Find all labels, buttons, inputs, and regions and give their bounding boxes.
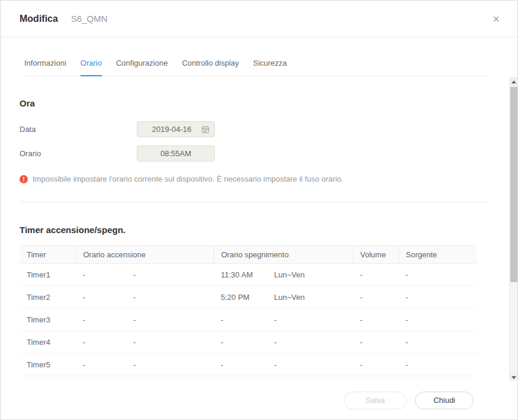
dialog-title: Modifica (20, 14, 58, 24)
table-row[interactable]: Timer1 - - 11:30 AM Lun~Ven - - (20, 264, 477, 286)
header-volume: Volume (353, 246, 398, 264)
cell-off-time: - (214, 331, 267, 354)
dialog-header: Modifica S6_QMN × (1, 1, 517, 37)
close-icon[interactable]: × (490, 11, 502, 27)
tab-sicurezza[interactable]: Sicurezza (253, 59, 287, 76)
date-value: 2019-04-16 (152, 125, 192, 134)
cell-volume: - (353, 354, 398, 376)
cell-off-days: - (267, 331, 353, 354)
timer-section-title: Timer accensione/spegn. (20, 225, 488, 235)
cell-on-days: - (126, 354, 214, 376)
warning-text: Impossibile impostare l'orario corrente … (33, 175, 343, 184)
dialog-content: Ora Data 2019-04-16 (1, 77, 517, 382)
close-button[interactable]: Chiudi (415, 392, 474, 409)
cell-source: - (398, 354, 477, 376)
table-header-row: Timer Orario accensione Orario spegnimen… (20, 246, 477, 264)
scrollbar-thumb[interactable] (510, 87, 517, 282)
save-button[interactable]: Salva (344, 392, 407, 409)
cell-volume: - (353, 309, 398, 331)
time-input[interactable]: 08:55AM (137, 146, 215, 161)
cell-timer-name: Timer4 (20, 331, 76, 354)
cell-timer-name: Timer3 (20, 309, 76, 331)
dialog-footer: Salva Chiudi (1, 381, 517, 419)
scrollbar-up-arrow[interactable] (510, 77, 518, 86)
timer-table: Timer Orario accensione Orario spegnimen… (20, 245, 477, 382)
cell-on-days: - (126, 309, 214, 331)
arrow-down-icon (511, 376, 516, 379)
cell-off-days: Lun~Ven (267, 286, 353, 309)
cell-source: - (398, 264, 477, 286)
table-row[interactable]: Timer5 - - - - - - (20, 354, 477, 376)
cell-on-days: - (126, 286, 214, 309)
calendar-icon (201, 125, 210, 135)
dialog-subtitle: S6_QMN (71, 14, 108, 24)
cell-volume: - (353, 331, 398, 354)
tab-informazioni[interactable]: Informazioni (24, 59, 66, 76)
header-orario-spegnimento: Orario spegnimento (214, 246, 353, 264)
time-value: 08:55AM (160, 149, 191, 158)
arrow-up-icon (511, 80, 516, 83)
cell-on-time: - (76, 354, 126, 376)
tab-configurazione[interactable]: Configurazione (116, 59, 168, 76)
cell-off-time: - (214, 309, 267, 331)
tab-orario[interactable]: Orario (81, 59, 102, 76)
cell-on-days: - (126, 264, 214, 286)
cell-off-days: - (267, 309, 353, 331)
table-row[interactable]: Timer4 - - - - - - (20, 331, 477, 354)
cell-on-days: - (126, 331, 214, 354)
vertical-scrollbar[interactable] (509, 77, 517, 382)
timezone-warning: ! Impossibile impostare l'orario corrent… (20, 175, 488, 184)
cell-source: - (398, 309, 477, 331)
header-sorgente: Sorgente (398, 246, 477, 264)
cell-timer-name: Timer2 (20, 286, 76, 309)
data-label: Data (20, 125, 137, 134)
header-orario-accensione: Orario accensione (76, 246, 214, 264)
cell-on-time: - (76, 264, 126, 286)
header-timer: Timer (20, 246, 76, 264)
warning-icon: ! (20, 175, 28, 183)
cell-source: - (398, 331, 477, 354)
orario-form-row: Orario 08:55AM (20, 146, 488, 161)
edit-device-dialog: Modifica S6_QMN × Informazioni Orario Co… (0, 0, 518, 420)
cell-off-days: Lun~Ven (267, 264, 353, 286)
cell-off-time: 5:20 PM (214, 286, 267, 309)
cell-on-time: - (76, 286, 126, 309)
table-row[interactable]: Timer2 - - 5:20 PM Lun~Ven - - (20, 286, 477, 309)
date-input[interactable]: 2019-04-16 (137, 121, 215, 137)
cell-volume: - (353, 264, 398, 286)
cell-timer-name: Timer5 (20, 354, 76, 376)
tab-bar: Informazioni Orario Configurazione Contr… (24, 59, 488, 76)
cell-on-time: - (76, 309, 126, 331)
cell-off-time: - (214, 354, 267, 376)
cell-on-time: - (76, 331, 126, 354)
data-form-row: Data 2019-04-16 (20, 121, 488, 137)
cell-source: - (398, 286, 477, 309)
section-divider (20, 202, 488, 202)
cell-off-time: 11:30 AM (214, 264, 267, 286)
cell-off-days: - (267, 354, 353, 376)
tab-controllo-display[interactable]: Controllo display (182, 59, 239, 76)
table-row[interactable]: Timer3 - - - - - - (20, 309, 477, 331)
ora-section-title: Ora (20, 98, 488, 108)
cell-timer-name: Timer1 (20, 264, 76, 286)
cell-volume: - (353, 286, 398, 309)
orario-label: Orario (20, 149, 137, 158)
